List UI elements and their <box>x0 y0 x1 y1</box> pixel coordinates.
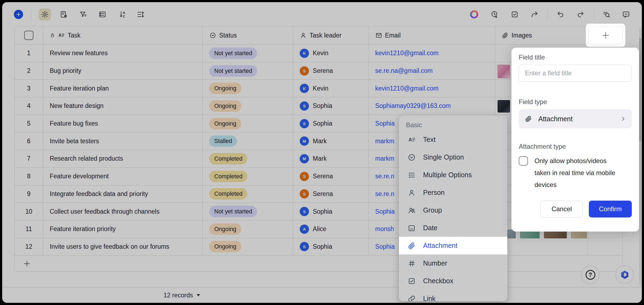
field-type-menu: Basic A Text Single Option Multiple Opti… <box>399 116 507 301</box>
menu-item-label: Multiple Options <box>423 171 472 179</box>
attachment-type-label: Attachment type <box>519 142 632 151</box>
menu-item-group[interactable]: Group <box>399 201 507 219</box>
app-screen: AZ A Task Status <box>0 0 644 305</box>
menu-item-label: Number <box>423 259 447 267</box>
checkbox-label: Only allow photos/videostaken in real ti… <box>534 155 632 191</box>
menu-item-number[interactable]: Number <box>399 254 507 272</box>
field-config-panel: Field title Field type Attachment Attach… <box>511 48 639 232</box>
menu-item-label: Attachment <box>423 242 457 250</box>
checkbox-icon <box>408 277 416 285</box>
menu-section-label: Basic <box>399 119 507 131</box>
paperclip-icon <box>525 115 532 123</box>
date-icon <box>408 224 416 232</box>
link-icon <box>408 295 416 301</box>
plus-icon <box>601 31 610 40</box>
menu-item-attachment[interactable]: Attachment <box>399 237 507 254</box>
menu-item-date[interactable]: Date <box>399 219 507 237</box>
add-field-button[interactable] <box>588 26 623 44</box>
field-title-label: Field title <box>519 53 632 61</box>
cancel-button[interactable]: Cancel <box>540 201 583 217</box>
menu-item-label: Group <box>423 206 442 214</box>
multiple-options-icon <box>408 171 416 179</box>
group-icon <box>408 206 416 214</box>
menu-item-label: Checkbox <box>423 277 453 285</box>
menu-item-multiple-options[interactable]: Multiple Options <box>399 166 507 184</box>
confirm-button[interactable]: Confirm <box>589 201 632 217</box>
menu-item-person[interactable]: Person <box>399 184 507 201</box>
menu-item-label: Date <box>423 224 437 232</box>
photos-only-checkbox[interactable] <box>519 156 528 166</box>
text-field-icon: A <box>408 136 416 144</box>
menu-item-label: Text <box>423 136 436 144</box>
menu-item-label: Single Option <box>423 153 464 161</box>
menu-item-single-option[interactable]: Single Option <box>399 148 507 166</box>
menu-item-label: Person <box>423 189 445 197</box>
person-icon <box>408 189 416 197</box>
svg-text:A: A <box>408 137 412 142</box>
field-title-input[interactable] <box>519 65 632 82</box>
field-type-value: Attachment <box>538 115 614 123</box>
field-type-label: Field type <box>519 98 632 106</box>
chevron-right-icon <box>620 116 626 122</box>
number-icon <box>408 259 416 267</box>
field-type-selector[interactable]: Attachment <box>519 109 632 128</box>
menu-item-checkbox[interactable]: Checkbox <box>399 272 507 290</box>
attachment-type-option[interactable]: Only allow photos/videostaken in real ti… <box>519 155 632 191</box>
menu-item-label: Link <box>423 295 436 301</box>
paperclip-icon <box>408 242 416 250</box>
menu-item-text[interactable]: A Text <box>399 131 507 148</box>
menu-item-link[interactable]: Link <box>399 290 507 301</box>
single-option-icon <box>408 153 416 161</box>
